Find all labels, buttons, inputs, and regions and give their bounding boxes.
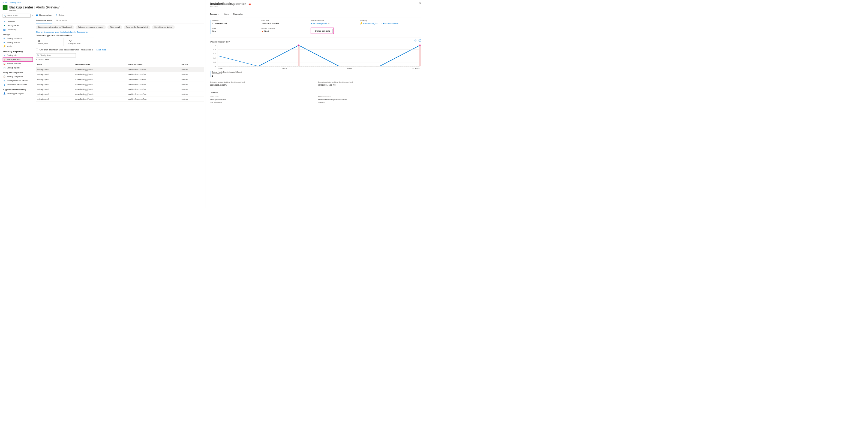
- fired-time-label: Fired time: [261, 20, 305, 22]
- sidebar-item-label: Metrics (Preview): [7, 63, 21, 65]
- sidebar-item-new-support-request[interactable]: 👤New support request: [3, 91, 33, 95]
- column-header[interactable]: Datasource reso...: [127, 62, 181, 67]
- sidebar-item-backup-compliance[interactable]: 📋Backup compliance: [3, 74, 33, 79]
- filter-pill[interactable]: Datasource resource group ==: [75, 25, 106, 29]
- alerts-table: Name↑↓Datasource subs...Datasource reso.…: [36, 62, 204, 102]
- sidebar-item-getting-started[interactable]: ⚑Getting started: [3, 24, 33, 28]
- sidebar-item-label: Alerts (Preview): [7, 58, 20, 61]
- tab-summary[interactable]: Summary: [210, 12, 219, 17]
- filter-input-wrap[interactable]: 🔍: [36, 54, 76, 58]
- search-input[interactable]: [7, 15, 29, 17]
- state-label: State: [212, 28, 256, 29]
- nav-icon: 👥: [3, 28, 6, 31]
- filter-input[interactable]: [40, 54, 75, 56]
- sort-icon[interactable]: ↑↓: [43, 64, 44, 65]
- datasource-type-label: Datasource type: Azure Virtual machines: [36, 34, 204, 36]
- more-icon[interactable]: ···: [63, 6, 65, 9]
- column-header[interactable]: Name↑↓: [36, 62, 74, 67]
- sidebar-item-label: Vaults: [7, 45, 12, 48]
- metric-card[interactable]: 72Configured alerts: [66, 38, 94, 46]
- table-cell: ArchiveResourceGro...: [127, 77, 181, 82]
- filter-pill[interactable]: Signal type == Metric: [152, 25, 175, 29]
- learn-more-link[interactable]: Learn more: [96, 49, 106, 51]
- refresh-button[interactable]: ⟳ Refresh: [56, 14, 65, 17]
- alert-chart: 10.80.60.40.20 12 PMOct 2012 PMUTC+05:30: [210, 45, 421, 69]
- sidebar-item-alerts-preview-[interactable]: ❗Alerts (Preview): [3, 57, 33, 62]
- page-title: Backup center | Alerts (Preview): [9, 5, 60, 9]
- search-box[interactable]: 🔍: [3, 13, 31, 18]
- sidebar-item-backup-policies[interactable]: ▦Backup policies: [3, 40, 33, 44]
- nav-icon: ▦: [3, 41, 6, 43]
- main-content: 👥 Manage actions ⟳ Refresh Datasource al…: [35, 13, 206, 102]
- table-cell: archsqlccyvm1: [36, 97, 74, 102]
- nav-icon: ⚙: [3, 79, 6, 82]
- hierarchy-link-2[interactable]: archiveresource...: [385, 22, 400, 24]
- filter-pill[interactable]: State == All: [107, 25, 122, 29]
- table-row[interactable]: archsqlccyvm1AzureBackup_Functi...Archiv…: [36, 97, 204, 102]
- table-cell: centralu: [181, 87, 204, 92]
- y-tick: 0: [215, 65, 216, 67]
- tab-history[interactable]: History: [222, 12, 229, 17]
- table-cell: centralu: [181, 97, 204, 102]
- breadcrumb-home[interactable]: Home: [3, 1, 7, 3]
- metric-card[interactable]: 0Security alerts: [36, 38, 64, 46]
- tab-global-alerts[interactable]: Global alerts: [56, 18, 67, 24]
- pin-icon[interactable]: 📌: [247, 2, 251, 6]
- hierarchy-link-1[interactable]: AzureBackup_Fun...: [363, 22, 380, 24]
- column-header[interactable]: Dataso: [181, 62, 204, 67]
- collapse-sidebar-icon[interactable]: «: [32, 14, 34, 17]
- sidebar-item-protectable-datasources[interactable]: 🗄Protectable datasources: [3, 83, 33, 87]
- affected-resource-link[interactable]: ☁archiveccyvault1: [311, 22, 327, 24]
- table-row[interactable]: archsqlccyvm1AzureBackup_Functi...Archiv…: [36, 92, 204, 96]
- metric-name-value: BackupHealthEvent: [210, 99, 313, 101]
- sidebar-item-backup-instances[interactable]: ▤Backup instances: [3, 36, 33, 40]
- nav-icon: 🔑: [3, 45, 6, 48]
- sidebar-item-overview[interactable]: ☁Overview: [3, 20, 33, 24]
- table-row[interactable]: archsqlccyvm1AzureBackup_Functi...Archiv…: [36, 87, 204, 92]
- fired-marker: [419, 45, 421, 66]
- sidebar-item-backup-jobs[interactable]: ≡Backup jobs: [3, 53, 33, 57]
- sidebar-item-azure-policies-for-backup[interactable]: ⚙Azure policies for backup: [3, 79, 33, 83]
- change-alert-state-button[interactable]: Change alert state: [312, 29, 333, 33]
- manage-actions-button[interactable]: 👥 Manage actions: [36, 14, 52, 17]
- nav-icon: ▤: [3, 37, 6, 39]
- page-subtitle: Microsoft: [9, 9, 60, 11]
- feedback-happy-icon[interactable]: ☺: [414, 39, 417, 42]
- table-cell: centralu: [181, 67, 204, 72]
- filter-pill[interactable]: Datasource subscription == 74 selected: [36, 25, 74, 29]
- sidebar-item-label: Backup jobs: [7, 54, 17, 56]
- eval-start-label: Evaluation window start time (for which …: [210, 81, 313, 83]
- sidebar-item-community[interactable]: 👥Community: [3, 28, 33, 32]
- tab-diagnostics[interactable]: Diagnostics: [232, 12, 243, 17]
- detail-subtitle: Alert details: [210, 6, 251, 8]
- metric-number: 0: [38, 39, 62, 43]
- only-show-checkbox[interactable]: [36, 49, 38, 51]
- x-tick: Oct 20: [282, 67, 287, 69]
- sidebar-item-metrics-preview-[interactable]: 📊Metrics (Preview): [3, 62, 33, 66]
- breadcrumb-current[interactable]: Backup center: [10, 1, 22, 3]
- table-row[interactable]: archsqlccyvm1AzureBackup_Functi...Archiv…: [36, 82, 204, 87]
- sidebar-item-label: Backup instances: [7, 37, 22, 39]
- table-cell: centralu: [181, 77, 204, 82]
- table-row[interactable]: archsqlccyvm1AzureBackup_Functi...Archiv…: [36, 72, 204, 77]
- learn-alerts-link[interactable]: Click here to learn more about the alert…: [36, 31, 88, 33]
- table-cell: ArchiveResourceGro...: [127, 67, 181, 72]
- filter-pill[interactable]: Type == Configured alert: [124, 25, 150, 29]
- table-row[interactable]: archsqlccyvm1AzureBackup_Functi...Archiv…: [36, 77, 204, 82]
- monitor-condition-label: Monitor condition: [261, 28, 305, 29]
- tab-datasource-alerts[interactable]: Datasource alerts: [36, 18, 52, 24]
- nav-icon: ☁: [3, 20, 6, 23]
- table-row[interactable]: archsqlccyvm1AzureBackup_Functi...Archiv…: [36, 67, 204, 72]
- copy-icon[interactable]: ⧉: [328, 22, 329, 24]
- sidebar-item-backup-reports[interactable]: 📄Backup reports: [3, 66, 33, 70]
- table-cell: AzureBackup_Functi...: [74, 82, 127, 87]
- time-aggregation-label: Time aggregation: [210, 101, 313, 103]
- y-tick: 1: [215, 44, 216, 47]
- search-icon: 🔍: [4, 15, 6, 17]
- column-header[interactable]: Datasource subs...: [74, 62, 127, 67]
- close-icon[interactable]: ✕: [419, 2, 421, 5]
- sidebar-item-vaults[interactable]: 🔑Vaults: [3, 44, 33, 49]
- nav-icon: ≡: [3, 54, 6, 56]
- feedback-sad-icon[interactable]: ☹: [418, 39, 421, 42]
- y-tick: 0.2: [214, 61, 216, 63]
